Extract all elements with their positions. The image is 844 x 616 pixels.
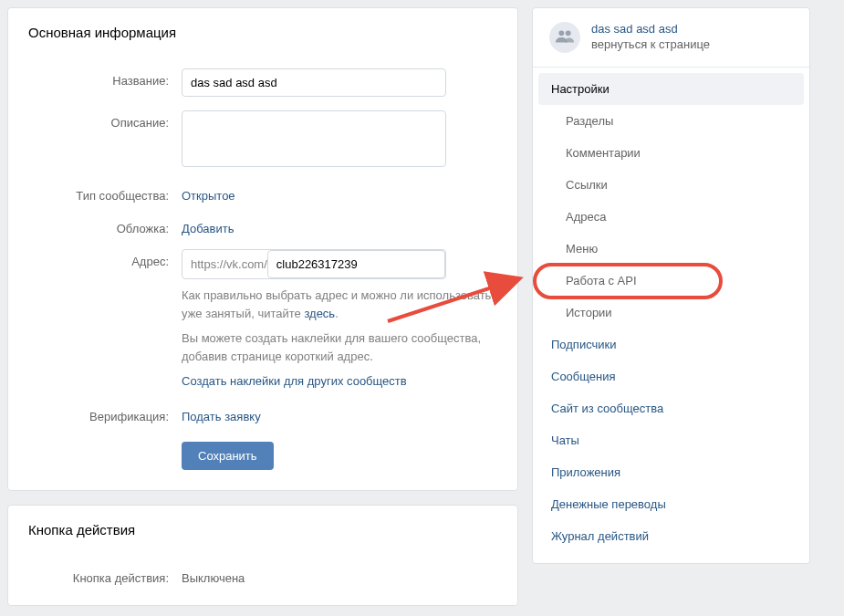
label-cover: Обложка:	[28, 216, 182, 235]
annotation-highlight-oval	[533, 263, 723, 299]
nav-item-11[interactable]: Чаты	[538, 424, 804, 456]
row-verification: Верификация: Подать заявку	[28, 391, 497, 423]
nav-item-0[interactable]: Настройки	[538, 73, 804, 105]
sidebar-header[interactable]: das sad asd asd вернуться к странице	[533, 8, 809, 68]
svg-point-0	[558, 30, 564, 36]
label-address: Адрес:	[28, 249, 182, 268]
sidebar-panel: das sad asd asd вернуться к странице Нас…	[532, 7, 810, 564]
label-verification: Верификация:	[28, 404, 182, 423]
address-help-1c: .	[335, 307, 339, 320]
row-community-type: Тип сообщества: Открытое	[28, 170, 497, 203]
row-cover: Обложка: Добавить	[28, 203, 497, 235]
sidebar-nav: НастройкиРазделыКомментарииСсылкиАдресаМ…	[533, 68, 809, 563]
main-info-panel: Основная информация Название: Описание: …	[7, 7, 518, 491]
label-action-button: Кнопка действия:	[28, 566, 182, 585]
nav-item-13[interactable]: Денежные переводы	[538, 488, 804, 520]
row-name: Название:	[28, 55, 497, 97]
address-help-1: Как правильно выбрать адрес и можно ли и…	[182, 287, 492, 322]
svg-point-1	[566, 30, 571, 36]
nav-item-5[interactable]: Меню	[538, 233, 804, 265]
label-community-type: Тип сообщества:	[28, 183, 182, 203]
nav-item-3[interactable]: Ссылки	[538, 169, 804, 201]
action-button-value: Выключена	[182, 571, 245, 585]
group-name-link[interactable]: das sad asd asd	[591, 22, 710, 37]
address-input-wrapper[interactable]: https://vk.com/	[182, 249, 446, 279]
address-input[interactable]	[267, 250, 445, 278]
action-button-panel: Кнопка действия Кнопка действия: Выключе…	[7, 505, 518, 606]
description-textarea[interactable]	[182, 110, 446, 167]
nav-item-8[interactable]: Подписчики	[538, 329, 804, 360]
nav-item-14[interactable]: Журнал действий	[538, 520, 804, 552]
nav-item-12[interactable]: Приложения	[538, 456, 804, 488]
group-icon	[555, 29, 575, 47]
group-avatar	[549, 22, 580, 53]
nav-item-9[interactable]: Сообщения	[538, 360, 804, 392]
label-description: Описание:	[28, 110, 182, 130]
panel-title-main: Основная информация	[8, 8, 517, 49]
address-help-here-link[interactable]: здесь	[304, 307, 335, 320]
stickers-link[interactable]: Создать наклейки для других сообществ	[182, 374, 407, 388]
nav-item-7[interactable]: Истории	[538, 297, 804, 329]
panel-title-action: Кнопка действия	[8, 506, 517, 547]
address-help-2: Вы можете создать наклейки для вашего со…	[182, 329, 492, 365]
verification-apply-link[interactable]: Подать заявку	[182, 410, 261, 423]
row-action-button: Кнопка действия: Выключена	[28, 552, 497, 585]
address-help-3: Создать наклейки для других сообществ	[182, 372, 492, 391]
nav-item-1[interactable]: Разделы	[538, 105, 804, 137]
row-address: Адрес: https://vk.com/ Как правильно выб…	[28, 235, 497, 391]
cover-add-link[interactable]: Добавить	[182, 222, 234, 235]
nav-item-2[interactable]: Комментарии	[538, 137, 804, 169]
nav-item-10[interactable]: Сайт из сообщества	[538, 392, 804, 424]
row-description: Описание:	[28, 97, 497, 170]
save-button[interactable]: Сохранить	[182, 442, 274, 470]
nav-item-4[interactable]: Адреса	[538, 201, 804, 233]
nav-item-6[interactable]: Работа с API	[538, 265, 804, 297]
back-to-page-link[interactable]: вернуться к странице	[591, 37, 710, 53]
name-input[interactable]	[182, 68, 446, 97]
label-name: Название:	[28, 68, 182, 88]
address-prefix: https://vk.com/	[182, 251, 267, 277]
community-type-link[interactable]: Открытое	[182, 189, 235, 203]
